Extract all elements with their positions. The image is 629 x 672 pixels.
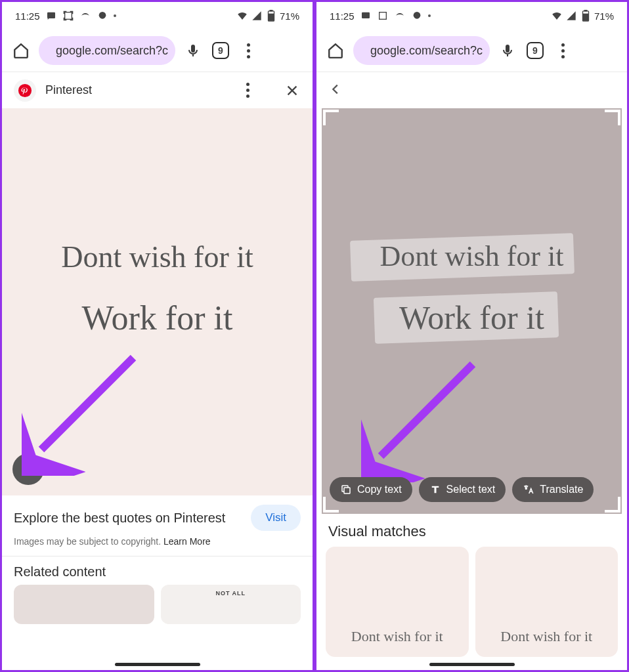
wifi-icon (551, 10, 563, 22)
svg-rect-13 (379, 12, 386, 20)
lens-action-row: Copy text Select text Translate (322, 477, 622, 502)
screenshot-icon (377, 10, 389, 22)
svg-point-14 (413, 12, 420, 19)
translate-button[interactable]: Translate (512, 477, 594, 502)
info-row: Explore the best quotes on Pinterest Vis… (2, 495, 313, 536)
signal-icon (251, 10, 263, 22)
lens-crop-area[interactable]: Dont wish for it Work for it Copy text S… (322, 108, 622, 514)
menu-icon[interactable] (238, 41, 258, 60)
google-lens-button[interactable] (12, 453, 44, 485)
pinterest-icon (14, 79, 36, 102)
svg-rect-16 (584, 10, 587, 11)
mic-icon[interactable] (183, 41, 203, 60)
url-bar[interactable]: google.com/search?c (353, 36, 490, 65)
visual-match-card[interactable]: Dont wish for it (475, 547, 618, 657)
image-preview[interactable]: Dont wish for it Work for it (2, 108, 313, 495)
back-icon[interactable] (328, 82, 343, 99)
screenshot-icon (62, 10, 74, 22)
url-text: google.com/search?c (370, 44, 483, 58)
url-text: google.com/search?c (56, 44, 168, 58)
thumb-label: NOT ALL (215, 590, 246, 597)
crop-handle-tr[interactable] (601, 110, 620, 129)
battery-pct: 71% (280, 10, 299, 22)
copy-text-label: Copy text (357, 484, 402, 495)
mic-icon[interactable] (498, 41, 517, 60)
tabs-count: 9 (532, 45, 538, 56)
chat-icon (97, 10, 108, 22)
svg-rect-5 (269, 14, 273, 20)
learn-more-link[interactable]: Learn More (163, 536, 211, 547)
vm-thumb-label: Dont wish for it (351, 628, 443, 645)
tabs-button[interactable]: 9 (525, 41, 545, 60)
svg-line-11 (41, 358, 133, 450)
signal-icon (565, 10, 577, 22)
svg-rect-21 (344, 488, 350, 494)
related-thumb[interactable]: NOT ALL (161, 585, 301, 624)
detected-text-2: Work for it (322, 299, 622, 337)
svg-rect-4 (270, 10, 272, 11)
visit-button[interactable]: Visit (251, 505, 301, 531)
copy-icon (340, 484, 352, 495)
related-thumb[interactable] (14, 585, 154, 624)
back-bar (316, 72, 627, 108)
home-icon[interactable] (326, 41, 345, 60)
visual-match-card[interactable]: Dont wish for it (326, 547, 469, 657)
visual-matches-title: Visual matches (316, 514, 627, 547)
copy-text-button[interactable]: Copy text (330, 477, 412, 502)
svg-rect-17 (583, 14, 588, 20)
svg-rect-7 (191, 45, 195, 52)
related-thumbs: NOT ALL (2, 585, 313, 624)
status-bar: 11:25 71% (316, 2, 627, 30)
browser-bar: google.com/search?c 9 (2, 30, 313, 72)
more-dot-icon (114, 14, 116, 17)
battery-icon (580, 10, 592, 22)
chat-icon (411, 10, 423, 22)
tabs-button[interactable]: 9 (211, 41, 230, 60)
svg-rect-12 (362, 12, 370, 18)
source-bar: Pinterest (2, 72, 313, 108)
translate-icon (523, 484, 534, 495)
caption-text: Images may be subject to copyright. (14, 536, 163, 547)
select-text-label: Select text (446, 484, 496, 495)
select-text-button[interactable]: Select text (419, 477, 506, 502)
result-title[interactable]: Explore the best quotes on Pinterest (14, 509, 243, 526)
airtel-icon (79, 10, 91, 22)
svg-line-20 (381, 364, 473, 456)
more-dot-icon (428, 14, 431, 17)
more-icon[interactable] (239, 82, 256, 99)
visual-matches-row: Dont wish for it Dont wish for it (316, 547, 627, 657)
status-time: 11:25 (15, 10, 40, 22)
status-bar: 11:25 71% (2, 2, 313, 30)
source-label: Pinterest (45, 83, 230, 97)
vm-thumb-label: Dont wish for it (500, 628, 592, 645)
nav-handle[interactable] (115, 663, 200, 666)
home-icon[interactable] (11, 41, 31, 60)
battery-pct: 71% (594, 10, 614, 22)
url-bar[interactable]: google.com/search?c (39, 36, 175, 65)
svg-rect-1 (64, 12, 72, 20)
text-icon (429, 484, 441, 495)
crop-handle-tl[interactable] (323, 110, 343, 129)
nav-handle[interactable] (429, 663, 515, 666)
image-text-line-2: Work for it (2, 299, 313, 337)
phone-right: 11:25 71% google.com/search?c 9 (314, 0, 629, 672)
browser-bar: google.com/search?c 9 (316, 30, 627, 72)
annotation-arrow (22, 345, 153, 476)
battery-icon (265, 10, 277, 22)
messages-icon (45, 10, 57, 22)
airtel-icon (394, 10, 406, 22)
svg-point-10 (31, 472, 33, 474)
detected-text-1: Dont wish for it (322, 240, 622, 273)
svg-point-8 (18, 83, 32, 96)
status-time: 11:25 (330, 10, 355, 22)
tabs-count: 9 (218, 45, 223, 56)
svg-rect-19 (506, 45, 510, 52)
svg-point-9 (26, 467, 31, 472)
svg-point-2 (98, 12, 106, 19)
menu-icon[interactable] (553, 41, 573, 60)
phone-left: 11:25 71% google.com/search?c 9 Pinteres… (0, 0, 314, 672)
close-icon[interactable] (284, 82, 301, 99)
copyright-caption: Images may be subject to copyright. Lear… (2, 536, 313, 556)
annotation-arrow (361, 351, 492, 482)
related-content-title: Related content (2, 556, 313, 585)
